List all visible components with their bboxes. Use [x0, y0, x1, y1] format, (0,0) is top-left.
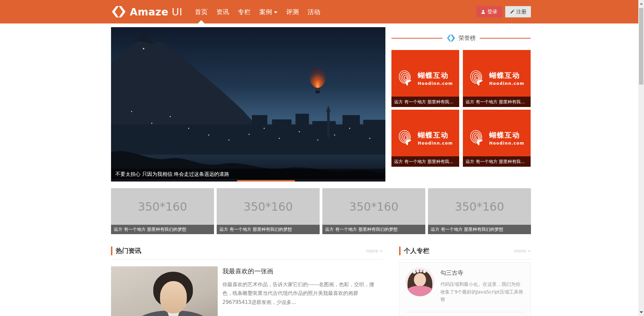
nav-item-reviews[interactable]: 评测 — [282, 0, 303, 23]
carousel-caption: 不要太担心 只因为我相信 终会走过这条遥远的道路 — [111, 169, 385, 180]
article-item[interactable]: 我最喜欢的一张画 你最喜欢的艺术作品，告诉大家它们的------名图画，色彩，交… — [111, 266, 383, 316]
banner-caption: 远方 有一个地方 那里种有我们的梦想 — [322, 225, 425, 234]
article-excerpt: 你最喜欢的艺术作品，告诉大家它们的------名图画，色彩，交织，撞色，线条雕塑… — [222, 280, 383, 307]
divider — [406, 312, 524, 312]
honor-card[interactable]: 蝴蝶互动 Hoodinn.com 远方 有一个地方 那里种有我... — [391, 50, 459, 107]
honor-card[interactable]: 蝴蝶互动 Hoodinn.com 远方 有一个地方 那里种有我... — [391, 110, 459, 167]
main-nav: 首页 资讯 专栏 案例 评测 活动 — [191, 0, 325, 23]
vertical-scrollbar[interactable] — [638, 0, 644, 316]
butterfly-spiral-icon — [469, 129, 486, 147]
hot-news-header: 热门资讯 more » — [111, 247, 383, 260]
pencil-icon — [510, 10, 514, 14]
honor-card[interactable]: 蝴蝶互动 Hoodinn.com 远方 有一个地方 那里种有我... — [463, 110, 531, 167]
author-name[interactable]: 勾三古寺 — [440, 269, 524, 277]
avatar — [406, 267, 434, 296]
nav-item-cases-dropdown[interactable]: 案例 — [255, 0, 282, 23]
scrollbar-up-arrow-icon[interactable] — [640, 3, 643, 5]
page: Amaze UI 首页 资讯 专栏 案例 评测 活动 登录 — [0, 0, 644, 316]
personal-column-list: 勾三古寺 代码压缩和最小化。在这里，我们为你收集了9个最好的JavaScript… — [399, 262, 531, 316]
scrollbar-thumb[interactable] — [639, 8, 643, 85]
amaze-logo-icon — [111, 5, 126, 18]
personal-column-title: 个人专栏 — [399, 247, 429, 255]
butterfly-spiral-icon — [397, 129, 415, 147]
banner-item[interactable]: 350*160 远方 有一个地方 那里种有我们的梦想 — [111, 188, 214, 234]
hoodinn-logo: 蝴蝶互动 Hoodinn.com — [463, 129, 531, 147]
carousel-photo-balloon-cityscape — [111, 27, 385, 181]
hot-news-section: 热门资讯 more » 我最喜欢的一张画 你最喜欢的艺术作品，告诉大家它们的--… — [111, 247, 383, 316]
nav-item-column[interactable]: 专栏 — [233, 0, 255, 23]
banner-placeholder-image: 350*160 — [322, 188, 425, 225]
brand-logo[interactable]: Amaze UI — [111, 5, 182, 18]
banner-item[interactable]: 350*160 远方 有一个地方 那里种有我们的梦想 — [322, 188, 425, 234]
amaze-logo-blue-icon — [446, 34, 455, 42]
nav-item-home[interactable]: 首页 — [191, 0, 212, 23]
flower-crown — [413, 270, 427, 274]
banner-placeholder-image: 350*160 — [111, 188, 214, 225]
honor-card-caption: 远方 有一个地方 那里种有我... — [463, 156, 531, 167]
article-title[interactable]: 我最喜欢的一张画 — [222, 267, 383, 276]
butterfly-spiral-icon — [469, 69, 486, 87]
nav-item-news[interactable]: 资讯 — [212, 0, 233, 23]
auth-buttons: 登录 注册 — [476, 6, 531, 17]
banner-item[interactable]: 350*160 远方 有一个地方 那里种有我们的梦想 — [217, 188, 320, 234]
banner-strip: 350*160 远方 有一个地方 那里种有我们的梦想 350*160 远方 有一… — [111, 188, 531, 234]
hot-news-more-link[interactable]: more » — [366, 248, 383, 254]
hot-news-title: 热门资讯 — [111, 247, 141, 255]
banner-caption: 远方 有一个地方 那里种有我们的梦想 — [217, 225, 320, 234]
hoodinn-logo: 蝴蝶互动 Hoodinn.com — [391, 129, 459, 147]
portrait-face — [160, 281, 187, 313]
brand-name: Amaze UI — [130, 6, 182, 18]
banner-item[interactable]: 350*160 远方 有一个地方 那里种有我们的梦想 — [428, 188, 531, 234]
top-navigation-bar: Amaze UI 首页 资讯 专栏 案例 评测 活动 登录 — [0, 0, 638, 23]
banner-caption: 远方 有一个地方 那里种有我们的梦想 — [428, 225, 531, 234]
banner-placeholder-image: 350*160 — [428, 188, 531, 225]
honor-card[interactable]: 蝴蝶互动 Hoodinn.com 远方 有一个地方 那里种有我... — [463, 50, 531, 107]
nav-item-events[interactable]: 活动 — [303, 0, 325, 23]
honor-sidebar: 荣誉榜 蝴蝶互动 H — [391, 27, 531, 167]
carousel-progress-track — [111, 180, 385, 181]
list-item[interactable]: 勾三古寺 代码压缩和最小化。在这里，我们为你收集了9个最好的JavaScript… — [406, 267, 524, 304]
register-button[interactable]: 注册 — [505, 6, 531, 17]
login-button[interactable]: 登录 — [476, 6, 502, 17]
user-icon — [481, 10, 485, 14]
hero-carousel[interactable]: 不要太担心 只因为我相信 终会走过这条遥远的道路 — [111, 27, 385, 181]
personal-column-section: 个人专栏 more » 勾三古寺 代码压缩和最小化。在这里，我们为你收集了9个最… — [399, 247, 531, 316]
hoodinn-logo: 蝴蝶互动 Hoodinn.com — [463, 69, 531, 87]
honor-title: 荣誉榜 — [459, 34, 476, 42]
banner-placeholder-image: 350*160 — [217, 188, 320, 225]
scrollbar-down-arrow-icon[interactable] — [640, 311, 643, 313]
honor-card-caption: 远方 有一个地方 那里种有我... — [463, 97, 531, 107]
author-description: 代码压缩和最小化。在这里，我们为你收集了9个最好的JavaScript压缩工具将… — [440, 280, 524, 304]
honor-header: 荣誉榜 — [391, 34, 531, 42]
honor-card-caption: 远方 有一个地方 那里种有我... — [391, 97, 459, 107]
honor-card-caption: 远方 有一个地方 那里种有我... — [391, 156, 459, 167]
butterfly-spiral-icon — [397, 69, 415, 87]
honor-card-grid: 蝴蝶互动 Hoodinn.com 远方 有一个地方 那里种有我... — [391, 50, 531, 167]
personal-column-header: 个人专栏 more » — [399, 247, 531, 260]
personal-column-more-link[interactable]: more » — [514, 248, 531, 254]
article-photo-portrait — [111, 266, 218, 316]
chevron-down-icon — [274, 11, 277, 13]
carousel-progress-bar — [237, 180, 295, 181]
hoodinn-logo: 蝴蝶互动 Hoodinn.com — [391, 69, 459, 87]
banner-caption: 远方 有一个地方 那里种有我们的梦想 — [111, 225, 214, 234]
